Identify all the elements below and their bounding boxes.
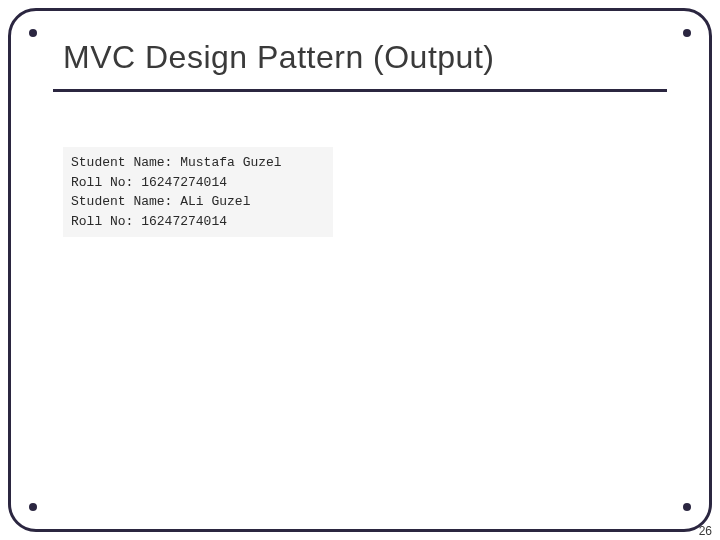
output-block: Student Name: Mustafa Guzel Roll No: 162…	[63, 147, 333, 237]
output-line: Roll No: 16247274014	[71, 212, 325, 232]
slide-frame: MVC Design Pattern (Output) Student Name…	[8, 8, 712, 532]
page-number: 26	[699, 524, 712, 538]
corner-dot-top-right	[683, 29, 691, 37]
corner-dot-bottom-left	[29, 503, 37, 511]
title-underline	[53, 89, 667, 92]
slide-title: MVC Design Pattern (Output)	[63, 39, 494, 76]
output-line: Student Name: Mustafa Guzel	[71, 153, 325, 173]
corner-dot-top-left	[29, 29, 37, 37]
output-line: Student Name: ALi Guzel	[71, 192, 325, 212]
corner-dot-bottom-right	[683, 503, 691, 511]
output-line: Roll No: 16247274014	[71, 173, 325, 193]
